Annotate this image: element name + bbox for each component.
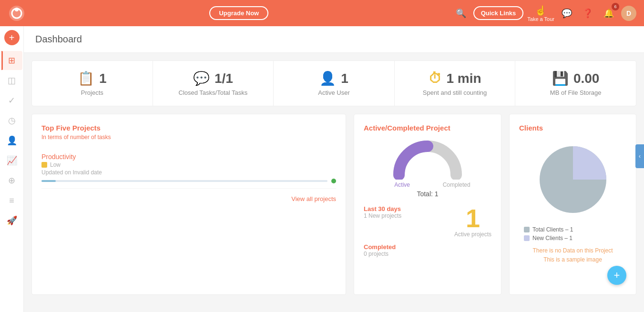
project-name[interactable]: Productivity	[41, 153, 336, 161]
tasks-label: Closed Tasks/Total Tasks	[179, 89, 248, 96]
page-header: Dashboard	[24, 26, 644, 53]
priority-dot	[41, 162, 47, 168]
search-button[interactable]: 🔍	[452, 5, 470, 22]
dashboard-icon: ⊞	[8, 55, 15, 66]
subtitle-highlight: number	[70, 134, 90, 141]
last30-sub: 1 New projects	[364, 212, 401, 219]
stat-top-projects: 📋 1	[78, 70, 107, 86]
upgrade-button[interactable]: Upgrade Now	[209, 6, 268, 20]
stat-card-tasks: 💬 1/1 Closed Tasks/Total Tasks	[153, 61, 274, 106]
completed-row: Completed 0 projects	[364, 243, 491, 257]
storage-value: 0.00	[573, 71, 600, 86]
stat-card-projects: 📋 1 Projects	[32, 61, 153, 106]
rocket-icon: 🚀	[7, 215, 17, 226]
sidebar-item-stack[interactable]: ⊕	[1, 171, 22, 190]
donut-area: Active Completed Total: 1	[364, 137, 491, 198]
panel-top-five-projects: Top Five Projects In terms of number of …	[31, 114, 346, 295]
new-clients-label: New Clients – 1	[532, 235, 572, 242]
stat-card-users: 👤 1 Active User	[274, 61, 395, 106]
top-five-subtitle: In terms of number of tasks	[41, 134, 336, 141]
no-data-line2: This is a sample image	[519, 255, 626, 264]
stat-top-tasks: 💬 1/1	[193, 70, 233, 86]
no-data-line1: There is no Data on this Project	[519, 246, 626, 255]
legend-item-new: New Clients – 1	[524, 235, 573, 242]
users-stat-icon: 👤	[319, 70, 336, 86]
sidebar-item-time[interactable]: ◷	[1, 111, 22, 130]
main-content: Dashboard 📋 1 Projects 💬 1/1 Closed Task…	[24, 26, 644, 302]
total-clients-label: Total Clients – 1	[532, 226, 573, 233]
top-five-title: Top Five Projects	[41, 124, 336, 132]
pie-area: Total Clients – 1 New Clients – 1	[519, 137, 626, 242]
active-bar	[1, 51, 3, 70]
layers-icon: ◫	[8, 75, 16, 86]
project-bar	[41, 180, 327, 182]
stack-icon: ⊕	[8, 175, 15, 186]
stat-top-storage: 💾 0.00	[552, 70, 600, 86]
help-button[interactable]: ❓	[579, 5, 596, 22]
help-icon: ❓	[583, 8, 593, 19]
time-label: Spent and still counting	[423, 89, 487, 96]
stat-card-time: ⏱ 1 min Spent and still counting	[395, 61, 516, 106]
panels-row: Top Five Projects In terms of number of …	[31, 114, 636, 295]
quick-links-button[interactable]: Quick Links	[473, 6, 524, 20]
active-projects-label: Active projects	[454, 231, 491, 238]
dashboard-body: 📋 1 Projects 💬 1/1 Closed Tasks/Total Ta…	[24, 53, 644, 302]
time-stat-icon: ⏱	[429, 70, 442, 86]
panel-active-completed: Active/Completed Project Active Complete…	[354, 114, 501, 295]
project-bar-fill	[41, 180, 56, 182]
messages-button[interactable]: 💬	[558, 5, 575, 22]
last30-row: Last 30 days 1 New projects 1 Active pro…	[364, 205, 491, 238]
project-meta: Low	[41, 161, 336, 168]
nav-center: Upgrade Now	[26, 6, 452, 20]
message-icon: 💬	[562, 8, 572, 19]
page-title: Dashboard	[35, 34, 633, 45]
projects-value: 1	[99, 71, 107, 86]
last30-info: Last 30 days 1 New projects	[364, 205, 401, 219]
projects-icon: 📋	[78, 70, 94, 86]
project-update-text: Updated on Invalid date	[41, 169, 102, 176]
chevron-left-icon: ‹	[639, 153, 641, 160]
sidebar-add-button[interactable]: +	[4, 30, 20, 45]
active-projects-number: 1	[454, 205, 491, 231]
donut-total: Total: 1	[417, 190, 438, 198]
new-clients-dot	[524, 235, 530, 241]
sidebar-item-tasks[interactable]: ✓	[1, 91, 22, 110]
project-chart-area	[41, 179, 336, 183]
pie-chart	[530, 137, 616, 222]
view-all-link: View all projects	[41, 194, 336, 203]
sidebar-item-layers2[interactable]: ≡	[1, 191, 22, 210]
avatar[interactable]: D	[621, 6, 636, 21]
fab-button[interactable]: +	[607, 266, 626, 285]
stat-top-users: 👤 1	[319, 70, 348, 86]
take-tour-label: Take a Tour	[527, 16, 554, 22]
time-value: 1 min	[447, 71, 481, 86]
project-priority: Low	[50, 161, 61, 168]
collapse-handle[interactable]: ‹	[635, 144, 644, 168]
notification-badge: 6	[612, 3, 619, 10]
pie-legend: Total Clients – 1 New Clients – 1	[519, 226, 573, 242]
notifications-button[interactable]: 🔔 6	[600, 5, 617, 22]
sidebar-item-rocket[interactable]: 🚀	[1, 211, 22, 230]
storage-label: MB of File Storage	[550, 89, 602, 96]
completed-title: Completed	[364, 243, 491, 251]
nav-right: 🔍 Quick Links ☝ Take a Tour 💬 ❓ 🔔 6 D	[452, 5, 636, 22]
users-label: Active User	[318, 89, 349, 96]
layers2-icon: ≡	[9, 196, 14, 206]
sidebar-item-dashboard[interactable]: ⊞	[1, 51, 22, 70]
total-clients-dot	[524, 227, 530, 232]
cursor-icon: ☝	[535, 5, 547, 16]
users-value: 1	[341, 71, 348, 86]
tasks-value: 1/1	[215, 71, 233, 86]
team-icon: 👤	[7, 135, 17, 146]
sidebar-item-team[interactable]: 👤	[1, 131, 22, 150]
take-tour-area[interactable]: ☝ Take a Tour	[527, 5, 554, 22]
completed-label-donut: Completed	[443, 181, 470, 188]
stats-row: 📋 1 Projects 💬 1/1 Closed Tasks/Total Ta…	[31, 60, 636, 106]
stat-card-storage: 💾 0.00 MB of File Storage	[515, 61, 636, 106]
sidebar-item-layers[interactable]: ◫	[1, 71, 22, 90]
no-data-text: There is no Data on this Project This is…	[519, 246, 626, 264]
logo[interactable]	[8, 4, 26, 22]
sidebar-item-analytics[interactable]: 📈	[1, 151, 22, 170]
view-all-anchor[interactable]: View all projects	[291, 195, 336, 202]
active-completed-title: Active/Completed Project	[364, 124, 491, 132]
